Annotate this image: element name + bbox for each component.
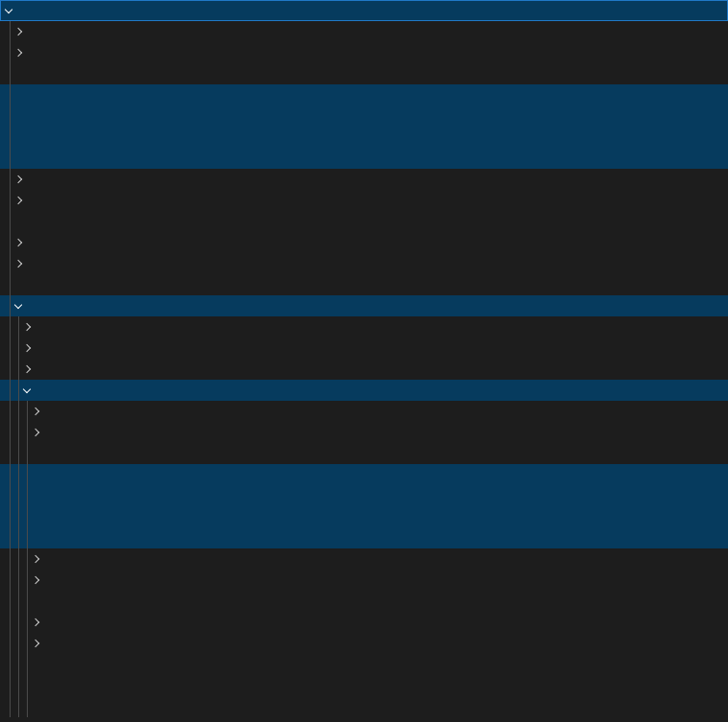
chevron-right-icon[interactable] xyxy=(29,612,42,633)
indent-guide xyxy=(10,63,11,84)
variable-row[interactable]: mean_grade = <QualityGrade.EXCELLENT: 'e… xyxy=(0,127,728,148)
variable-row[interactable]: model_computed_fields = {'mean_grade': C… xyxy=(0,169,728,190)
variable-row[interactable]: 0 = PageConfidenceScores(parse_score=1.0… xyxy=(0,380,728,401)
indent-guide xyxy=(18,338,19,359)
variable-row[interactable]: class variables xyxy=(0,359,728,380)
chevron-right-icon[interactable] xyxy=(12,190,25,211)
variable-row[interactable]: mean_score = 0.9574992060661316 xyxy=(0,527,728,548)
variable-row[interactable]: low_score = 0.91924849152565 xyxy=(0,485,728,506)
variable-row[interactable]: low_grade = <QualityGrade.EXCELLENT: 'ex… xyxy=(0,84,728,105)
chevron-right-icon[interactable] xyxy=(12,253,25,274)
indent-guide xyxy=(10,633,11,654)
indent-guide xyxy=(27,401,28,422)
indent-guide xyxy=(10,42,11,63)
indent-guide xyxy=(18,316,19,338)
chevron-down-icon[interactable] xyxy=(12,295,25,316)
indent-guide xyxy=(10,21,11,42)
variable-row[interactable]: model_fields = {'parse_score': FieldInfo… xyxy=(0,612,728,633)
debug-variables-panel: confidence = ConfidenceReport(parse_scor… xyxy=(0,0,728,722)
variable-row[interactable]: model_fields_set = {'parse_score', 'ocr_… xyxy=(0,633,728,654)
chevron-right-icon[interactable] xyxy=(29,548,42,570)
indent-guide xyxy=(18,633,19,654)
indent-guide xyxy=(18,548,19,570)
indent-guide xyxy=(10,485,11,506)
variable-row[interactable]: function variables xyxy=(0,338,728,359)
variable-row[interactable]: special variables xyxy=(0,316,728,338)
variable-row[interactable]: model_extra = None xyxy=(0,591,728,612)
chevron-right-icon[interactable] xyxy=(20,338,34,359)
indent-guide xyxy=(10,274,11,295)
indent-guide xyxy=(27,633,28,654)
variable-row[interactable]: model_config = {} xyxy=(0,190,728,211)
variable-row[interactable]: mean_score = 0.9574992060661316 xyxy=(0,148,728,169)
indent-guide xyxy=(18,654,19,675)
chevron-right-icon[interactable] xyxy=(29,570,42,591)
indent-guide xyxy=(27,570,28,591)
variable-row[interactable]: confidence = ConfidenceReport(parse_scor… xyxy=(0,0,728,21)
indent-guide xyxy=(10,422,11,443)
variable-row[interactable]: pages = defaultdict(<class 'docling.data… xyxy=(0,295,728,316)
indent-guide xyxy=(10,527,11,548)
indent-guide xyxy=(10,148,11,169)
indent-guide xyxy=(18,612,19,633)
variable-row[interactable]: layout_score = 0.9149984121322632 xyxy=(0,443,728,464)
indent-guide xyxy=(27,591,28,612)
indent-guide xyxy=(10,338,11,359)
indent-guide xyxy=(27,548,28,570)
variable-row[interactable]: low_grade = <QualityGrade.EXCELLENT: 'ex… xyxy=(0,464,728,485)
chevron-right-icon[interactable] xyxy=(12,169,25,190)
chevron-down-icon[interactable] xyxy=(2,0,15,21)
variable-row[interactable]: model_config = {} xyxy=(0,570,728,591)
variable-row[interactable]: function variables xyxy=(0,42,728,63)
indent-guide xyxy=(18,506,19,527)
indent-guide xyxy=(18,591,19,612)
indent-guide xyxy=(10,190,11,211)
indent-guide xyxy=(10,612,11,633)
indent-guide xyxy=(10,127,11,148)
variable-row[interactable]: table_score = nan xyxy=(0,696,728,717)
variable-row[interactable]: low_score = 0.91924849152565 xyxy=(0,105,728,127)
indent-guide xyxy=(10,443,11,464)
chevron-down-icon[interactable] xyxy=(20,380,34,401)
chevron-right-icon[interactable] xyxy=(20,316,34,338)
indent-guide xyxy=(27,696,28,717)
variable-row[interactable]: model_extra = None xyxy=(0,211,728,232)
indent-guide xyxy=(10,105,11,127)
indent-guide xyxy=(18,527,19,548)
indent-guide xyxy=(27,464,28,485)
variable-row[interactable]: function variables xyxy=(0,422,728,443)
indent-guide xyxy=(10,380,11,401)
variable-row[interactable]: layout_score = 0.9149984121322632 xyxy=(0,63,728,84)
variable-row[interactable]: mean_grade = <QualityGrade.EXCELLENT: 'e… xyxy=(0,506,728,527)
chevron-right-icon[interactable] xyxy=(12,232,25,253)
indent-guide xyxy=(18,401,19,422)
variable-row[interactable]: ocr_score = nan xyxy=(0,274,728,295)
indent-guide xyxy=(10,211,11,232)
variable-row[interactable]: model_fields = {'parse_score': FieldInfo… xyxy=(0,232,728,253)
chevron-right-icon[interactable] xyxy=(29,422,42,443)
variable-row[interactable]: model_fields_set = {'ocr_score', 'layout… xyxy=(0,253,728,274)
indent-guide xyxy=(10,401,11,422)
indent-guide xyxy=(10,359,11,380)
indent-guide xyxy=(27,675,28,696)
chevron-right-icon[interactable] xyxy=(12,42,25,63)
indent-guide xyxy=(27,654,28,675)
chevron-right-icon[interactable] xyxy=(20,359,34,380)
variable-row[interactable]: model_computed_fields = {'mean_grade': C… xyxy=(0,548,728,570)
indent-guide xyxy=(10,84,11,105)
indent-guide xyxy=(10,316,11,338)
indent-guide xyxy=(10,506,11,527)
chevron-right-icon[interactable] xyxy=(29,401,42,422)
indent-guide xyxy=(27,422,28,443)
variable-row[interactable]: special variables xyxy=(0,21,728,42)
variable-row[interactable]: ocr_score = nan xyxy=(0,654,728,675)
indent-guide xyxy=(18,422,19,443)
variable-row[interactable]: parse_score = 1.0 xyxy=(0,675,728,696)
indent-guide xyxy=(27,506,28,527)
indent-guide xyxy=(10,570,11,591)
indent-guide xyxy=(27,527,28,548)
chevron-right-icon[interactable] xyxy=(29,633,42,654)
indent-guide xyxy=(10,253,11,274)
chevron-right-icon[interactable] xyxy=(12,21,25,42)
variable-row[interactable]: special variables xyxy=(0,401,728,422)
